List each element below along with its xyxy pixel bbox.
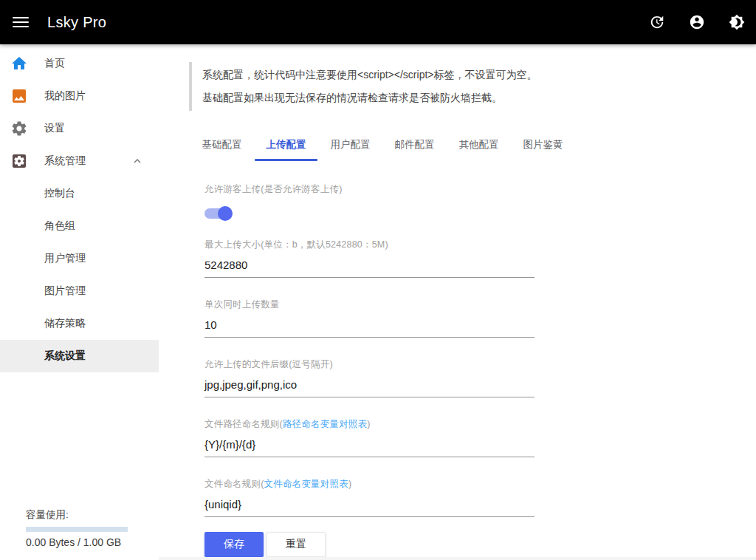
theme-icon[interactable] xyxy=(728,13,746,31)
batch-upload-count-label: 单次同时上传数量 xyxy=(205,298,535,311)
tab-other-config[interactable]: 其他配置 xyxy=(447,129,511,161)
tab-user-config[interactable]: 用户配置 xyxy=(318,129,382,161)
account-icon[interactable] xyxy=(688,13,706,31)
menu-icon-bars xyxy=(13,14,29,30)
gear-icon xyxy=(10,120,28,137)
tab-mail-config[interactable]: 邮件配置 xyxy=(382,129,447,161)
notice-line-2: 基础配置如果出现无法保存的情况请检查请求是否被防火墙拦截。 xyxy=(202,86,756,109)
app-window: Lsky Pro 首页 xyxy=(0,0,756,560)
tab-label: 上传配置 xyxy=(267,138,306,151)
form-actions: 保存 重置 xyxy=(205,532,535,557)
menu-icon[interactable] xyxy=(3,4,38,40)
sidebar-item-label: 首页 xyxy=(44,57,65,70)
label-text: 文件路径命名规则( xyxy=(205,419,283,429)
tab-basic-config[interactable]: 基础配置 xyxy=(190,129,254,161)
sidebar-item-user-management[interactable]: 用户管理 xyxy=(0,242,159,275)
guest-upload-toggle[interactable] xyxy=(205,206,233,221)
field-max-upload-size: 最大上传大小(单位：b，默认5242880：5M) 5242880 xyxy=(205,239,535,278)
sidebar-item-home[interactable]: 首页 xyxy=(0,47,159,80)
max-upload-size-input[interactable]: 5242880 xyxy=(205,259,535,278)
capacity-value: 0.00 Bytes / 1.00 GB xyxy=(26,536,129,548)
allowed-extensions-label: 允许上传的文件后缀(逗号隔开) xyxy=(205,358,535,371)
main-area: 系统配置，统计代码中注意要使用<script></script>标签，不设置可为… xyxy=(159,44,756,560)
capacity-label: 容量使用: xyxy=(26,508,129,522)
config-tabs: 基础配置 上传配置 用户配置 邮件配置 其他配置 图片鉴黄 xyxy=(190,129,756,161)
field-guest-upload: 允许游客上传(是否允许游客上传) xyxy=(205,183,535,221)
sidebar-item-settings[interactable]: 设置 xyxy=(0,112,159,145)
footer: Copyright © 2018 - present Lsky Pro. All… xyxy=(159,557,756,560)
top-navbar: Lsky Pro xyxy=(0,0,756,44)
path-naming-rule-input[interactable]: {Y}/{m}/{d} xyxy=(205,438,535,457)
sidebar-item-label: 设置 xyxy=(44,122,65,135)
image-icon xyxy=(10,87,28,105)
sidebar-item-my-images[interactable]: 我的图片 xyxy=(0,80,159,112)
sidebar-item-system-settings[interactable]: 系统设置 xyxy=(0,340,159,372)
guest-upload-label: 允许游客上传(是否允许游客上传) xyxy=(205,183,535,196)
sidebar-item-system-management[interactable]: 系统管理 xyxy=(0,145,159,177)
sidebar-item-label: 系统管理 xyxy=(44,154,86,168)
toggle-knob xyxy=(218,206,233,221)
batch-upload-count-input[interactable]: 10 xyxy=(205,318,535,338)
tab-upload-config[interactable]: 上传配置 xyxy=(254,129,318,161)
path-naming-rule-label: 文件路径命名规则(路径命名变量对照表) xyxy=(205,418,535,431)
label-text: ) xyxy=(348,479,351,489)
update-icon[interactable] xyxy=(648,13,666,31)
sidebar: 首页 我的图片 设置 系统管理 xyxy=(0,44,159,560)
file-naming-rule-input[interactable]: {uniqid} xyxy=(205,498,535,517)
home-icon xyxy=(10,55,28,72)
capacity-progress-bar xyxy=(26,527,128,532)
field-batch-upload-count: 单次同时上传数量 10 xyxy=(205,298,535,338)
app-title: Lsky Pro xyxy=(47,14,106,31)
notice-line-1: 系统配置，统计代码中注意要使用<script></script>标签，不设置可为… xyxy=(202,64,756,86)
reset-button[interactable]: 重置 xyxy=(267,532,326,557)
upload-config-form: 允许游客上传(是否允许游客上传) 最大上传大小(单位：b，默认5242880：5… xyxy=(205,183,535,557)
field-path-naming-rule: 文件路径命名规则(路径命名变量对照表) {Y}/{m}/{d} xyxy=(205,418,535,457)
file-naming-rule-label: 文件命名规则(文件命名变量对照表) xyxy=(205,478,535,491)
field-file-naming-rule: 文件命名规则(文件命名变量对照表) {uniqid} xyxy=(205,478,535,517)
main-scroll: 系统配置，统计代码中注意要使用<script></script>标签，不设置可为… xyxy=(159,44,756,557)
max-upload-size-label: 最大上传大小(单位：b，默认5242880：5M) xyxy=(205,239,535,251)
sidebar-item-console[interactable]: 控制台 xyxy=(0,177,159,210)
capacity-usage: 容量使用: 0.00 Bytes / 1.00 GB xyxy=(26,508,129,548)
sidebar-item-image-management[interactable]: 图片管理 xyxy=(0,275,159,307)
path-variable-table-link[interactable]: 路径命名变量对照表 xyxy=(283,419,367,429)
field-allowed-extensions: 允许上传的文件后缀(逗号隔开) jpg,jpeg,gif,png,ico xyxy=(205,358,535,397)
save-button[interactable]: 保存 xyxy=(205,532,264,557)
chevron-up-icon xyxy=(131,154,144,168)
sidebar-item-storage-policy[interactable]: 储存策略 xyxy=(0,307,159,340)
active-tab-underline xyxy=(255,159,317,161)
file-variable-table-link[interactable]: 文件命名变量对照表 xyxy=(264,479,348,489)
allowed-extensions-input[interactable]: jpg,jpeg,gif,png,ico xyxy=(205,378,535,397)
sidebar-item-label: 我的图片 xyxy=(44,89,86,103)
tab-image-audit[interactable]: 图片鉴黄 xyxy=(511,129,575,161)
navbar-actions xyxy=(648,13,746,31)
config-notice: 系统配置，统计代码中注意要使用<script></script>标签，不设置可为… xyxy=(189,62,756,111)
system-gear-icon xyxy=(10,152,28,170)
label-text: 文件命名规则( xyxy=(205,479,264,489)
label-text: ) xyxy=(367,419,370,429)
sidebar-item-role-groups[interactable]: 角色组 xyxy=(0,210,159,242)
